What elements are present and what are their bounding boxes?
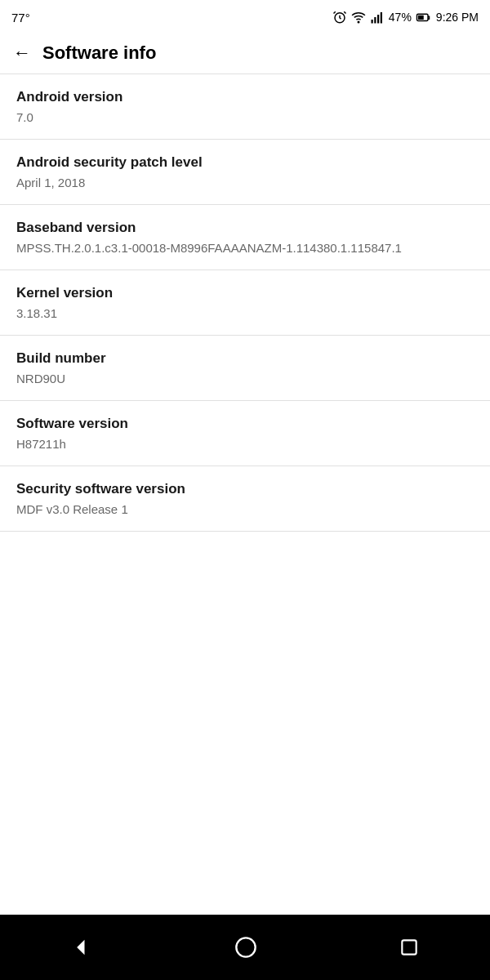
list-item: Security software versionMDF v3.0 Releas…	[0, 466, 490, 532]
svg-marker-8	[77, 940, 84, 956]
svg-rect-2	[371, 20, 372, 24]
home-nav-button[interactable]	[234, 936, 257, 959]
home-nav-icon	[234, 936, 257, 959]
time: 9:26 PM	[436, 11, 479, 24]
info-label: Software version	[16, 416, 474, 432]
list-item: Kernel version3.18.31	[0, 270, 490, 336]
recents-nav-icon	[399, 937, 420, 958]
back-nav-icon	[70, 936, 93, 959]
list-item: Baseband versionMPSS.TH.2.0.1.c3.1-00018…	[0, 205, 490, 270]
content: Android version7.0Android security patch…	[0, 74, 490, 532]
info-label: Baseband version	[16, 220, 474, 236]
status-icons: 47% 9:26 PM	[332, 10, 479, 24]
info-label: Build number	[16, 350, 474, 367]
battery-percentage: 47%	[389, 11, 412, 24]
info-value: MPSS.TH.2.0.1.c3.1-00018-M8996FAAAANAZM-…	[16, 239, 474, 256]
list-item: Android security patch levelApril 1, 201…	[0, 140, 490, 205]
info-value: 3.18.31	[16, 305, 474, 322]
back-nav-button[interactable]	[70, 936, 93, 959]
svg-point-9	[236, 938, 255, 956]
back-button[interactable]: ←	[13, 42, 31, 64]
signal-icon	[370, 10, 385, 24]
status-bar: 77° 47% 9:26 PM	[0, 0, 490, 33]
info-label: Android security patch level	[16, 154, 474, 171]
info-value: H87211h	[16, 435, 474, 452]
svg-rect-5	[381, 12, 382, 24]
alarm-icon	[332, 10, 347, 24]
temperature: 77°	[11, 11, 30, 24]
header: ← Software info	[0, 33, 490, 74]
page-title: Software info	[42, 42, 156, 64]
list-item: Build numberNRD90U	[0, 336, 490, 401]
svg-rect-10	[402, 940, 416, 954]
wifi-icon	[351, 10, 366, 24]
svg-rect-7	[418, 16, 424, 20]
info-label: Android version	[16, 89, 474, 105]
info-value: April 1, 2018	[16, 174, 474, 191]
recents-nav-button[interactable]	[399, 937, 420, 958]
info-value: MDF v3.0 Release 1	[16, 501, 474, 518]
svg-rect-4	[377, 15, 379, 24]
list-item: Android version7.0	[0, 74, 490, 140]
info-value: 7.0	[16, 109, 474, 126]
svg-rect-3	[374, 17, 376, 24]
navigation-bar	[0, 915, 490, 980]
battery-icon	[416, 10, 430, 24]
list-item: Software versionH87211h	[0, 401, 490, 466]
svg-point-1	[358, 21, 359, 23]
info-label: Kernel version	[16, 285, 474, 301]
info-value: NRD90U	[16, 370, 474, 387]
info-label: Security software version	[16, 481, 474, 497]
